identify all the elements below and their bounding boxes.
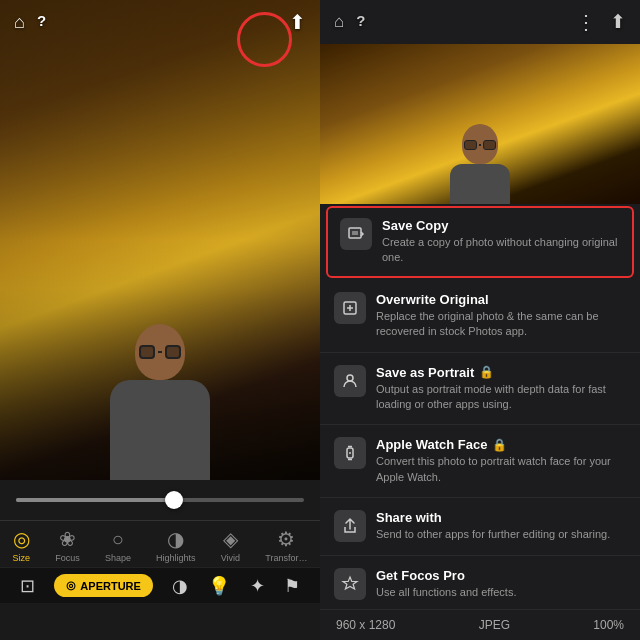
home-icon[interactable]: ⌂ — [14, 12, 25, 33]
right-photo — [320, 44, 640, 204]
person-figure — [110, 324, 210, 480]
save-copy-desc: Create a copy of photo without changing … — [382, 235, 620, 266]
watch-desc: Convert this photo to portrait watch fac… — [376, 454, 626, 485]
bottom-toolbar: ⊡ ◎ APERTURE ◑ 💡 ✦ ⚑ — [0, 567, 320, 603]
overwrite-desc: Replace the original photo & the same ca… — [376, 309, 626, 340]
right-more-icon[interactable]: ⋮ — [576, 10, 596, 34]
focos-pro-desc: Use all functions and effects. — [376, 585, 626, 600]
red-circle-annotation — [237, 12, 292, 67]
bottom-tabs: ◎ Size ❀ Focus ○ Shape ◑ Highlights ◈ Vi… — [0, 520, 320, 567]
size-tab-label: Size — [13, 553, 31, 563]
overwrite-icon — [334, 292, 366, 324]
share-desc: Send to other apps for further editing o… — [376, 527, 626, 542]
footer-zoom: 100% — [593, 618, 624, 632]
slider-track[interactable] — [16, 498, 304, 502]
shape-tab-label: Shape — [105, 553, 131, 563]
aperture-button[interactable]: ◎ APERTURE — [54, 574, 153, 597]
portrait-lock-icon: 🔒 — [479, 365, 494, 379]
menu-item-portrait[interactable]: Save as Portrait 🔒 Output as portrait mo… — [320, 353, 640, 426]
shape-tab-icon: ○ — [112, 528, 124, 551]
aperture-label: APERTURE — [80, 580, 141, 592]
right-header: ⌂ ? ⋮ ⬆ — [320, 0, 640, 44]
tab-focus[interactable]: ❀ Focus — [55, 527, 80, 563]
share-menu-icon — [334, 510, 366, 542]
transform-tab-label: Transfor… — [265, 553, 307, 563]
menu-list: Save Copy Create a copy of photo without… — [320, 204, 640, 609]
vivid-tab-icon: ◈ — [223, 527, 238, 551]
focus-tab-label: Focus — [55, 553, 80, 563]
focus-tab-icon: ❀ — [59, 527, 76, 551]
highlights-tab-label: Highlights — [156, 553, 196, 563]
right-footer: 960 x 1280 JPEG 100% — [320, 609, 640, 640]
menu-item-share[interactable]: Share with Send to other apps for furthe… — [320, 498, 640, 555]
help-icon[interactable]: ? — [37, 12, 46, 33]
slider-area — [0, 480, 320, 520]
menu-item-save-copy[interactable]: Save Copy Create a copy of photo without… — [326, 206, 634, 278]
vivid-tab-label: Vivid — [221, 553, 240, 563]
transform-tab-icon: ⚙ — [277, 527, 295, 551]
right-help-icon[interactable]: ? — [356, 12, 365, 32]
magic-icon[interactable]: ✦ — [250, 575, 265, 597]
crop-icon[interactable]: ⊡ — [20, 575, 35, 597]
focos-pro-title: Get Focos Pro — [376, 568, 626, 583]
focos-pro-icon — [334, 568, 366, 600]
share-title: Share with — [376, 510, 626, 525]
watch-icon — [334, 437, 366, 469]
footer-dimensions: 960 x 1280 — [336, 618, 395, 632]
menu-item-overwrite[interactable]: Overwrite Original Replace the original … — [320, 280, 640, 353]
overwrite-text: Overwrite Original Replace the original … — [376, 292, 626, 340]
share-text: Share with Send to other apps for furthe… — [376, 510, 626, 542]
right-home-icon[interactable]: ⌂ — [334, 12, 344, 32]
tab-highlights[interactable]: ◑ Highlights — [156, 527, 196, 563]
right-share-icon[interactable]: ⬆ — [610, 10, 626, 34]
portrait-title: Save as Portrait 🔒 — [376, 365, 626, 380]
flag-icon[interactable]: ⚑ — [284, 575, 300, 597]
tab-shape[interactable]: ○ Shape — [105, 528, 131, 563]
svg-rect-1 — [352, 231, 358, 235]
tab-size[interactable]: ◎ Size — [13, 527, 31, 563]
overwrite-title: Overwrite Original — [376, 292, 626, 307]
save-copy-text: Save Copy Create a copy of photo without… — [382, 218, 620, 266]
portrait-desc: Output as portrait mode with depth data … — [376, 382, 626, 413]
highlights-tab-icon: ◑ — [167, 527, 184, 551]
portrait-icon — [334, 365, 366, 397]
share-icon[interactable]: ⬆ — [289, 10, 306, 34]
focos-pro-text: Get Focos Pro Use all functions and effe… — [376, 568, 626, 600]
watch-text: Apple Watch Face 🔒 Convert this photo to… — [376, 437, 626, 485]
menu-item-apple-watch[interactable]: Apple Watch Face 🔒 Convert this photo to… — [320, 425, 640, 498]
watch-title: Apple Watch Face 🔒 — [376, 437, 626, 452]
svg-point-3 — [347, 375, 353, 381]
footer-format: JPEG — [479, 618, 510, 632]
light-icon[interactable]: 💡 — [208, 575, 230, 597]
save-copy-icon — [340, 218, 372, 250]
aperture-icon: ◎ — [66, 579, 76, 592]
left-photo — [0, 0, 320, 480]
tab-vivid[interactable]: ◈ Vivid — [221, 527, 240, 563]
portrait-text: Save as Portrait 🔒 Output as portrait mo… — [376, 365, 626, 413]
left-panel: ⌂ ? ⬆ ◎ Size ❀ Focus ○ Shape ◑ Highlight… — [0, 0, 320, 640]
slider-thumb[interactable] — [165, 491, 183, 509]
tab-transform[interactable]: ⚙ Transfor… — [265, 527, 307, 563]
svg-point-5 — [349, 452, 351, 454]
right-panel: ⌂ ? ⋮ ⬆ — [320, 0, 640, 640]
menu-item-focos-pro[interactable]: Get Focos Pro Use all functions and effe… — [320, 556, 640, 609]
tone-icon[interactable]: ◑ — [172, 575, 188, 597]
save-copy-title: Save Copy — [382, 218, 620, 233]
size-tab-icon: ◎ — [13, 527, 30, 551]
watch-lock-icon: 🔒 — [492, 438, 507, 452]
